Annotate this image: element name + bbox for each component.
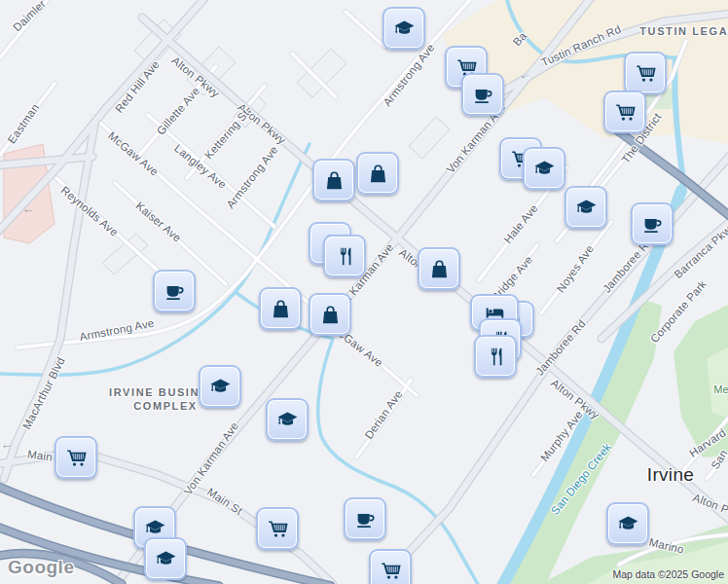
poi-marker-bag-icon[interactable]	[418, 247, 460, 290]
poi-marker-school-icon[interactable]	[523, 147, 565, 190]
poi-marker-coffee-icon[interactable]	[461, 73, 504, 116]
map-attribution: Map data ©2025 Google	[612, 568, 724, 580]
poi-marker-cart-icon[interactable]	[369, 549, 412, 584]
poi-marker-school-icon[interactable]	[199, 365, 241, 408]
poi-marker-school-icon[interactable]	[144, 537, 187, 580]
poi-marker-school-icon[interactable]	[564, 186, 607, 229]
poi-marker-restaurant-icon[interactable]	[474, 335, 517, 378]
google-logo[interactable]: Google	[8, 557, 74, 578]
poi-marker-coffee-icon[interactable]	[344, 497, 386, 540]
poi-marker-bag-icon[interactable]	[259, 287, 302, 330]
poi-marker-cart-icon[interactable]	[256, 507, 299, 550]
map-base-layer	[0, 0, 728, 584]
poi-marker-restaurant-icon[interactable]	[323, 235, 366, 277]
poi-marker-bag-icon[interactable]	[356, 152, 399, 195]
poi-marker-cart-icon[interactable]	[55, 436, 97, 479]
poi-marker-cart-icon[interactable]	[603, 91, 646, 133]
poi-marker-cart-icon[interactable]	[624, 52, 667, 94]
poi-marker-coffee-icon[interactable]	[631, 202, 673, 245]
poi-marker-school-icon[interactable]	[606, 502, 649, 545]
poi-marker-bag-icon[interactable]	[312, 159, 355, 201]
poi-marker-coffee-icon[interactable]	[153, 270, 196, 312]
poi-marker-school-icon[interactable]	[266, 398, 309, 441]
poi-marker-school-icon[interactable]	[382, 7, 425, 50]
map-canvas[interactable]: DaimlerEastmanRed Hill AveAlton PkwyAlto…	[0, 0, 728, 584]
poi-marker-bag-icon[interactable]	[309, 293, 351, 336]
